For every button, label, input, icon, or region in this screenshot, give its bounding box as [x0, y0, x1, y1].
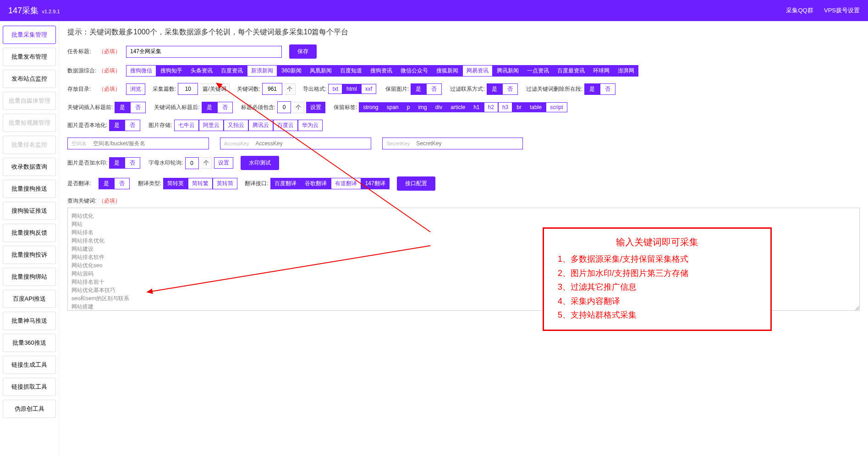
trans-type-label: 翻译类型:	[138, 180, 161, 187]
export-fmt-label: 导出格式:	[303, 85, 326, 93]
source-tag[interactable]: 搜狐新闻	[432, 65, 462, 77]
source-tag[interactable]: 环球网	[589, 65, 614, 77]
kw-count-unit: 个	[284, 83, 296, 95]
keep-tag[interactable]: article	[446, 102, 469, 112]
cloud-store-tag[interactable]: 又拍云	[224, 120, 248, 131]
keep-tag[interactable]: strong	[359, 102, 382, 112]
source-tag[interactable]: 网易资讯	[462, 65, 493, 77]
source-tag[interactable]: 腾讯新闻	[493, 65, 523, 77]
source-tag[interactable]: 新浪新闻	[247, 65, 277, 77]
space-prefix: 空间名	[68, 140, 89, 147]
keep-tag[interactable]: script	[546, 102, 567, 112]
source-tag[interactable]: 百度知道	[336, 65, 366, 77]
required-mark: （必填）	[99, 85, 121, 93]
keep-tag[interactable]: span	[383, 102, 403, 112]
annotation-box: 输入关键词即可采集 1、多数据源采集/支持保留采集格式2、图片加水印/支持图片第…	[543, 227, 772, 331]
query-kw-label: 查询关键词:	[67, 197, 97, 205]
task-title-input[interactable]	[126, 46, 282, 58]
cloud-store-tag[interactable]: 华为云	[298, 120, 323, 131]
cloud-store-tag[interactable]: 百度云	[273, 120, 298, 131]
sidebar-item[interactable]: 百度API推送	[3, 290, 56, 308]
insert-after-label: 关键词插入标题后:	[154, 104, 199, 111]
cloud-store-tag[interactable]: 腾讯云	[248, 120, 273, 131]
keep-tag[interactable]: table	[526, 102, 546, 112]
required-mark: （必填）	[99, 197, 121, 205]
source-tag[interactable]: 微信公众号	[396, 65, 432, 77]
trans-type-tag[interactable]: 简转英	[163, 178, 188, 189]
secretkey-input[interactable]	[412, 138, 522, 149]
link-vps-dial[interactable]: VPS拨号设置	[824, 7, 860, 14]
cloud-store-tag[interactable]: 阿里云	[199, 120, 224, 131]
sidebar-item[interactable]: 批量搜狗投诉	[3, 246, 56, 264]
filter-contact-toggle[interactable]: 是否	[487, 83, 518, 95]
sidebar-item[interactable]: 搜狗验证推送	[3, 202, 56, 220]
sidebar-item[interactable]: 批量发布管理	[3, 48, 56, 66]
format-tag[interactable]: xxf	[361, 84, 376, 94]
keep-tag[interactable]: div	[431, 102, 446, 112]
sidebar-item[interactable]: 发布站点监控	[3, 70, 56, 88]
img-local-toggle[interactable]: 是否	[109, 120, 140, 131]
trans-api-tag[interactable]: 147翻译	[361, 178, 390, 189]
source-tag[interactable]: 搜狗知乎	[156, 65, 187, 77]
must-contain-input[interactable]	[277, 101, 291, 113]
watermark-toggle[interactable]: 是否	[109, 157, 140, 169]
link-qq-group[interactable]: 采集QQ群	[786, 7, 813, 14]
store-dir-label: 存放目录:	[67, 85, 97, 93]
sidebar-item[interactable]: 批量采集管理	[3, 26, 56, 44]
keep-tag[interactable]: h2	[484, 102, 498, 112]
sidebar-item[interactable]: 批量搜狗绑站	[3, 268, 56, 286]
keep-tag[interactable]: h1	[469, 102, 483, 112]
browse-button[interactable]: 浏览	[126, 83, 145, 95]
source-tag[interactable]: 澎湃网	[614, 65, 638, 77]
trans-type-tag[interactable]: 英转简	[213, 178, 237, 189]
app-title: 147采集 v1.2.9.1	[8, 5, 60, 16]
format-tag[interactable]: txt	[328, 84, 342, 94]
sidebar-item[interactable]: 批量搜狗推送	[3, 180, 56, 198]
accesskey-input[interactable]	[252, 138, 371, 149]
source-tag[interactable]: 搜狗微信	[126, 65, 156, 77]
save-button[interactable]: 保存	[289, 44, 317, 59]
sidebar-item: 批量短视频管理	[3, 114, 56, 132]
wm-rotate-input[interactable]	[185, 157, 199, 169]
must-set-button[interactable]: 设置	[306, 102, 325, 113]
keep-tag[interactable]: br	[512, 102, 526, 112]
keep-tag[interactable]: h3	[498, 102, 512, 112]
trans-api-tag[interactable]: 百度翻译	[270, 178, 301, 189]
trans-type-tag[interactable]: 简转繁	[188, 178, 213, 189]
sidebar-item[interactable]: 链接生成工具	[3, 356, 56, 374]
sidebar-item[interactable]: 批量神马推送	[3, 312, 56, 330]
api-config-button[interactable]: 接口配置	[397, 176, 435, 191]
source-tag[interactable]: 一点资讯	[523, 65, 553, 77]
trans-api-tag[interactable]: 有道翻译	[331, 178, 361, 189]
source-tag[interactable]: 360新闻	[277, 65, 306, 77]
sk-prefix: SecretKey	[383, 141, 412, 146]
wm-set-button[interactable]: 设置	[214, 157, 233, 169]
keep-tag[interactable]: p	[403, 102, 414, 112]
delete-para-toggle[interactable]: 是否	[584, 83, 615, 95]
format-tag[interactable]: html	[342, 84, 361, 94]
source-tag[interactable]: 百度资讯	[217, 65, 247, 77]
space-input[interactable]	[89, 138, 209, 149]
sidebar-item[interactable]: 收录数据查询	[3, 158, 56, 176]
sidebar-item[interactable]: 链接抓取工具	[3, 378, 56, 396]
kw-count-label: 关键词数:	[237, 85, 260, 93]
translate-toggle[interactable]: 是否	[99, 178, 130, 189]
source-tag[interactable]: 凤凰新闻	[306, 65, 336, 77]
trans-api-tag[interactable]: 谷歌翻译	[301, 178, 331, 189]
source-tag[interactable]: 头条资讯	[187, 65, 217, 77]
kw-count-input[interactable]	[262, 83, 282, 95]
sidebar-item[interactable]: 批量360推送	[3, 334, 56, 352]
source-tag[interactable]: 百度最资讯	[553, 65, 589, 77]
wm-test-button[interactable]: 水印测试	[241, 156, 279, 170]
keep-tag[interactable]: img	[414, 102, 431, 112]
source-tag[interactable]: 搜狗资讯	[366, 65, 396, 77]
sidebar-item[interactable]: 伪原创工具	[3, 400, 56, 418]
sidebar-item: 批量排名监控	[3, 136, 56, 154]
insert-before-toggle[interactable]: 是否	[115, 102, 146, 113]
per-count-input[interactable]	[178, 83, 198, 95]
main-panel: 提示：关键词数最多1000个，采集数据源多个轮训，每个关键词最多采集10篇每个平…	[59, 21, 868, 457]
cloud-store-tag[interactable]: 七牛云	[174, 120, 199, 131]
keep-img-toggle[interactable]: 是否	[411, 83, 442, 95]
sidebar-item[interactable]: 批量搜狗反馈	[3, 224, 56, 242]
insert-after-toggle[interactable]: 是否	[202, 102, 233, 113]
